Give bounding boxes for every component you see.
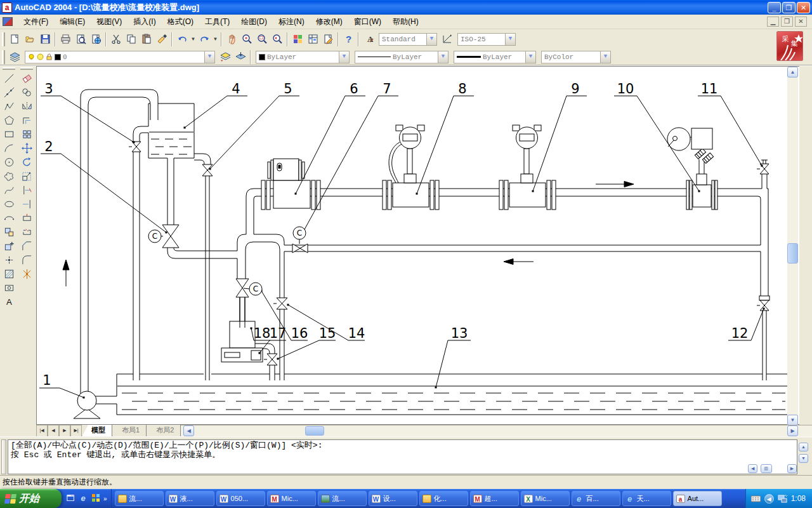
chevron-down-icon[interactable]: ▼ <box>426 34 436 45</box>
toolbar-grip[interactable] <box>2 32 5 46</box>
last-tab-button[interactable]: ▶| <box>70 425 82 437</box>
canvas-horizontal-scrollbar[interactable]: ◀ ▶ <box>181 425 812 437</box>
scroll-left-icon[interactable]: ◀ <box>748 464 757 473</box>
layer-combo[interactable]: 0 ▼ <box>25 51 215 64</box>
construction-line-tool-button[interactable] <box>1 85 17 99</box>
chevron-down-icon[interactable]: ▼ <box>438 51 448 63</box>
scrollbar-thumb[interactable] <box>305 426 324 436</box>
toolbar-grip[interactable] <box>20 67 33 70</box>
plot-style-combo[interactable]: ByColor ▼ <box>541 51 611 64</box>
tab-布局1[interactable]: 布局1 <box>112 425 147 437</box>
task-button[interactable]: aAut... <box>673 491 722 506</box>
scroll-down-icon[interactable]: ▼ <box>787 415 798 425</box>
chevron-down-icon[interactable]: ▼ <box>525 51 535 63</box>
task-button[interactable]: W设... <box>369 491 417 506</box>
line-tool-button[interactable] <box>1 71 17 85</box>
task-button[interactable]: MMic... <box>267 491 316 506</box>
start-button[interactable]: 开始 <box>0 489 62 508</box>
scrollbar-thumb[interactable] <box>787 243 798 264</box>
copy-clip-button[interactable] <box>124 32 139 46</box>
layer-on-icon[interactable] <box>28 53 35 60</box>
region-tool-button[interactable] <box>1 281 17 295</box>
task-button[interactable]: W液... <box>166 491 214 506</box>
color-combo[interactable]: ByLayer ▼ <box>256 51 350 64</box>
menu-item[interactable]: 窗口(W) <box>348 15 387 29</box>
menu-item[interactable]: 修改(M) <box>310 15 348 29</box>
menu-item[interactable]: 编辑(E) <box>54 15 91 29</box>
spline-tool-button[interactable] <box>1 183 17 197</box>
minimize-button[interactable]: _ <box>768 2 781 13</box>
fillet-tool-button[interactable] <box>18 253 35 267</box>
next-tab-button[interactable]: ▶ <box>59 425 70 437</box>
command-vertical-scrollbar[interactable]: ▲ ▼ <box>799 443 808 465</box>
task-button[interactable]: XMic... <box>521 491 570 506</box>
undo-button[interactable] <box>174 32 190 46</box>
doc-minimize-button[interactable]: ▁ <box>767 17 779 27</box>
offset-tool-button[interactable] <box>18 113 35 127</box>
network-icon[interactable] <box>778 495 787 503</box>
hatch-tool-button[interactable] <box>1 267 17 281</box>
text-style-combo[interactable]: Standard ▼ <box>379 33 437 46</box>
paste-button[interactable] <box>139 32 154 46</box>
task-button[interactable]: 流... <box>115 491 164 506</box>
publish-button[interactable] <box>88 32 103 46</box>
tab-模型[interactable]: 模型 <box>82 425 112 437</box>
explode-tool-button[interactable] <box>18 267 35 281</box>
show-desktop-icon[interactable]: 🗔 <box>65 493 75 504</box>
copy-tool-button[interactable] <box>18 85 35 99</box>
scroll-up-icon[interactable]: ▲ <box>787 67 798 77</box>
match-button[interactable] <box>154 32 169 46</box>
scroll-left-icon[interactable]: ◀ <box>183 425 194 436</box>
doc-close-button[interactable]: ✕ <box>795 17 807 27</box>
task-button[interactable]: 化... <box>419 491 468 506</box>
open-button[interactable] <box>22 32 37 46</box>
print-button[interactable] <box>58 32 73 46</box>
point-tool-button[interactable] <box>1 253 17 267</box>
rotate-tool-button[interactable] <box>18 155 35 169</box>
scroll-right-icon[interactable]: ▶ <box>787 425 798 436</box>
mirror-tool-button[interactable] <box>18 99 35 113</box>
move-tool-button[interactable] <box>18 141 35 155</box>
help-button[interactable] <box>341 32 356 46</box>
redo-button[interactable] <box>197 32 212 46</box>
task-button[interactable]: 流... <box>318 491 367 506</box>
polygon-tool-button[interactable] <box>1 113 17 127</box>
zoom-win-button[interactable] <box>254 32 270 46</box>
chevron-down-icon[interactable]: ▼ <box>190 32 197 46</box>
toolbar-grip[interactable] <box>2 50 5 64</box>
keyboard-icon[interactable] <box>751 495 761 503</box>
chevron-down-icon[interactable]: ▼ <box>339 51 349 63</box>
pan-button[interactable] <box>224 32 239 46</box>
break-at-point-tool-button[interactable] <box>18 211 35 225</box>
drawing-canvas[interactable]: 1 2 3 4 5 6 7 8 9 10 11 12 13 14 15 16 1… <box>36 66 799 425</box>
layer-lock-icon[interactable] <box>46 53 53 60</box>
menu-item[interactable]: 标注(N) <box>273 15 310 29</box>
menu-item[interactable]: 文件(F) <box>18 15 54 29</box>
new-button[interactable] <box>7 32 22 46</box>
preview-button[interactable] <box>73 32 88 46</box>
dim-style-icon[interactable] <box>440 32 455 46</box>
menu-item[interactable]: 绘图(D) <box>235 15 273 29</box>
polyline-tool-button[interactable] <box>1 99 17 113</box>
toolbar-grip[interactable] <box>3 67 15 70</box>
scroll-down-icon[interactable]: ▼ <box>799 454 808 463</box>
menu-item[interactable]: 插入(I) <box>128 15 161 29</box>
internet-explorer-icon[interactable]: e <box>78 493 88 504</box>
media-player-icon[interactable] <box>91 493 101 504</box>
circle-tool-button[interactable] <box>1 155 17 169</box>
first-tab-button[interactable]: |◀ <box>36 425 48 437</box>
chevron-down-icon[interactable]: ▼ <box>212 32 219 46</box>
linetype-combo[interactable]: ByLayer ▼ <box>355 51 449 64</box>
chevron-down-icon[interactable]: ▼ <box>505 34 515 45</box>
lineweight-combo[interactable]: ByLayer ▼ <box>454 51 536 64</box>
prev-tab-button[interactable]: ◀ <box>48 425 59 437</box>
task-button[interactable]: e百... <box>572 491 620 506</box>
zoom-rt-button[interactable] <box>239 32 254 46</box>
menu-item[interactable]: 视图(V) <box>91 15 128 29</box>
rectangle-tool-button[interactable] <box>1 127 17 141</box>
revision-cloud-tool-button[interactable] <box>1 169 17 183</box>
ellipse-arc-tool-button[interactable] <box>1 211 17 225</box>
scroll-up-icon[interactable]: ▲ <box>799 443 808 451</box>
menu-item[interactable]: 帮助(H) <box>387 15 424 29</box>
make-block-tool-button[interactable] <box>1 239 17 253</box>
